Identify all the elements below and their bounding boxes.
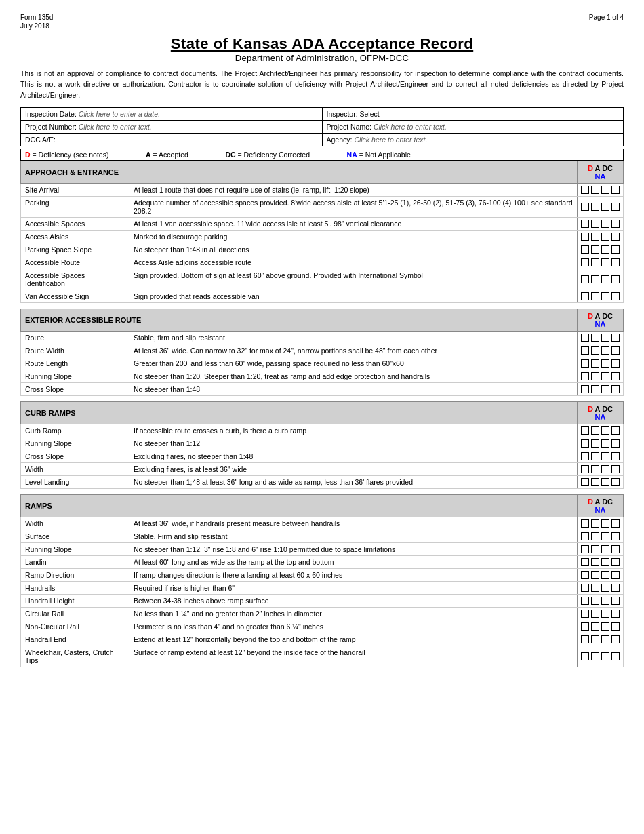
checkbox-d[interactable] (581, 652, 589, 660)
checkbox-dc[interactable] (601, 597, 609, 605)
checkbox-na[interactable] (611, 545, 620, 553)
checkbox-dc[interactable] (601, 346, 609, 355)
checkbox-dc[interactable] (601, 233, 609, 241)
checkbox-d[interactable] (581, 233, 589, 241)
checkbox-d[interactable] (581, 220, 589, 228)
checkbox-d[interactable] (581, 465, 589, 473)
checkbox-na[interactable] (611, 385, 620, 393)
checkbox-d[interactable] (581, 385, 589, 393)
checkbox-dc[interactable] (601, 452, 609, 460)
checkbox-dc[interactable] (601, 258, 609, 266)
checkbox-dc[interactable] (601, 558, 609, 566)
checkbox-a[interactable] (591, 635, 599, 643)
checkbox-na[interactable] (611, 610, 620, 618)
checkbox-dc[interactable] (601, 334, 609, 342)
checkbox-a[interactable] (591, 610, 599, 618)
checkbox-d[interactable] (581, 478, 589, 486)
checkbox-na[interactable] (611, 478, 620, 486)
checkbox-a[interactable] (591, 426, 599, 435)
checkbox-na[interactable] (611, 346, 620, 355)
checkbox-d[interactable] (581, 346, 589, 355)
checkbox-na[interactable] (611, 635, 620, 643)
checkbox-na[interactable] (611, 532, 620, 540)
checkbox-d[interactable] (581, 571, 589, 579)
checkbox-dc[interactable] (601, 292, 609, 300)
checkbox-a[interactable] (591, 233, 599, 241)
checkbox-d[interactable] (581, 292, 589, 300)
checkbox-na[interactable] (611, 465, 620, 473)
checkbox-d[interactable] (581, 372, 589, 380)
checkbox-na[interactable] (611, 519, 620, 528)
checkbox-na[interactable] (611, 452, 620, 460)
checkbox-dc[interactable] (601, 359, 609, 368)
checkbox-na[interactable] (611, 372, 620, 380)
checkbox-dc[interactable] (601, 532, 609, 540)
checkbox-a[interactable] (591, 597, 599, 605)
checkbox-na[interactable] (611, 258, 620, 266)
checkbox-a[interactable] (591, 292, 599, 300)
checkbox-na[interactable] (611, 275, 620, 283)
project-number-value[interactable]: Click here to enter text. (79, 123, 152, 131)
checkbox-na[interactable] (611, 571, 620, 579)
checkbox-dc[interactable] (601, 545, 609, 553)
checkbox-na[interactable] (611, 245, 620, 254)
checkbox-d[interactable] (581, 426, 589, 435)
checkbox-a[interactable] (591, 203, 599, 211)
checkbox-a[interactable] (591, 558, 599, 566)
checkbox-na[interactable] (611, 220, 620, 228)
checkbox-a[interactable] (591, 186, 599, 194)
checkbox-na[interactable] (611, 597, 620, 605)
checkbox-dc[interactable] (601, 245, 609, 254)
checkbox-dc[interactable] (601, 465, 609, 473)
checkbox-d[interactable] (581, 597, 589, 605)
checkbox-a[interactable] (591, 245, 599, 254)
checkbox-a[interactable] (591, 220, 599, 228)
checkbox-a[interactable] (591, 532, 599, 540)
checkbox-a[interactable] (591, 334, 599, 342)
checkbox-dc[interactable] (601, 203, 609, 211)
project-name-value[interactable]: Click here to enter text. (374, 123, 447, 131)
checkbox-dc[interactable] (601, 220, 609, 228)
checkbox-d[interactable] (581, 635, 589, 643)
checkbox-a[interactable] (591, 275, 599, 283)
checkbox-dc[interactable] (601, 426, 609, 435)
checkbox-d[interactable] (581, 275, 589, 283)
checkbox-d[interactable] (581, 584, 589, 592)
checkbox-na[interactable] (611, 652, 620, 660)
checkbox-a[interactable] (591, 452, 599, 460)
checkbox-dc[interactable] (601, 519, 609, 528)
checkbox-na[interactable] (611, 584, 620, 592)
checkbox-dc[interactable] (601, 622, 609, 631)
checkbox-d[interactable] (581, 622, 589, 631)
checkbox-dc[interactable] (601, 439, 609, 448)
checkbox-na[interactable] (611, 439, 620, 448)
checkbox-dc[interactable] (601, 652, 609, 660)
checkbox-na[interactable] (611, 426, 620, 435)
checkbox-d[interactable] (581, 203, 589, 211)
checkbox-dc[interactable] (601, 584, 609, 592)
checkbox-dc[interactable] (601, 571, 609, 579)
checkbox-d[interactable] (581, 452, 589, 460)
checkbox-dc[interactable] (601, 635, 609, 643)
checkbox-d[interactable] (581, 186, 589, 194)
checkbox-d[interactable] (581, 519, 589, 528)
checkbox-a[interactable] (591, 439, 599, 448)
checkbox-d[interactable] (581, 439, 589, 448)
checkbox-na[interactable] (611, 203, 620, 211)
checkbox-a[interactable] (591, 385, 599, 393)
checkbox-a[interactable] (591, 346, 599, 355)
checkbox-a[interactable] (591, 652, 599, 660)
checkbox-d[interactable] (581, 545, 589, 553)
checkbox-a[interactable] (591, 571, 599, 579)
checkbox-a[interactable] (591, 465, 599, 473)
inspector-value[interactable]: Select (360, 110, 380, 118)
checkbox-dc[interactable] (601, 478, 609, 486)
checkbox-na[interactable] (611, 186, 620, 194)
checkbox-dc[interactable] (601, 385, 609, 393)
checkbox-a[interactable] (591, 622, 599, 631)
checkbox-d[interactable] (581, 359, 589, 368)
checkbox-a[interactable] (591, 258, 599, 266)
checkbox-dc[interactable] (601, 186, 609, 194)
checkbox-na[interactable] (611, 292, 620, 300)
inspection-date-value[interactable]: Click here to enter a date. (79, 110, 160, 118)
